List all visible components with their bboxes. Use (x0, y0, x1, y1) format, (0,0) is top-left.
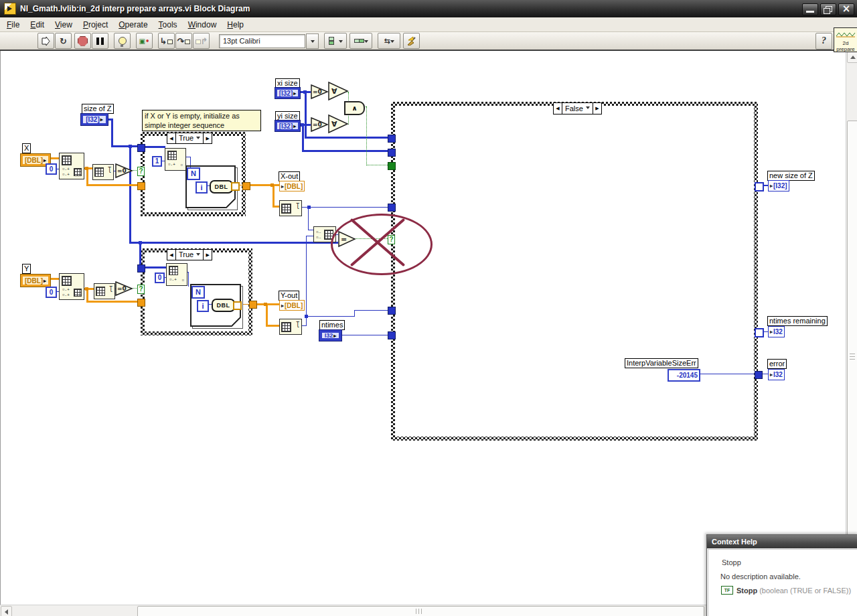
vertical-scrollbar[interactable] (846, 51, 857, 605)
scroll-left-button[interactable] (1, 606, 12, 616)
scroll-up-button[interactable] (847, 52, 857, 63)
context-help-window[interactable]: Context Help Stopp No description availa… (706, 534, 857, 616)
ntimes-label[interactable]: ntimes (319, 320, 345, 330)
equal-zero-node-y[interactable]: =0 (115, 281, 133, 297)
and-array-elements-node-yi[interactable]: ∀ (328, 114, 349, 134)
run-button[interactable] (37, 33, 54, 49)
restore-button[interactable] (820, 3, 836, 15)
tunnel[interactable] (388, 331, 396, 339)
case-next-arrow-icon[interactable] (203, 133, 212, 143)
menu-file[interactable]: File (1, 19, 25, 31)
titlebar[interactable]: NI_Gmath.lvlib:in_2d interp prepare arra… (0, 0, 857, 17)
index-array-node-x[interactable]: ▫.+▫.+ (59, 153, 84, 179)
zero-constant-x[interactable]: 0 (46, 163, 57, 175)
xi-size-label[interactable]: xi size (275, 78, 300, 88)
tunnel[interactable] (388, 204, 396, 212)
y-terminal[interactable]: [DBL] (21, 275, 50, 287)
y-out-terminal[interactable]: [DBL] (279, 300, 305, 311)
case-selector-tunnel-lower[interactable]: ? (137, 285, 145, 294)
error-label[interactable]: error (767, 359, 787, 369)
step-out-button[interactable]: ↱ (193, 33, 210, 49)
tunnel[interactable] (388, 307, 396, 315)
new-size-of-z-label[interactable]: new size of Z (767, 171, 815, 181)
yi-size-terminal[interactable]: [I32] (275, 121, 300, 131)
size-of-z-terminal[interactable]: [I32] (81, 114, 108, 125)
free-comment[interactable]: if X or Y is empty, initialize as simple… (142, 110, 261, 131)
case-selector-main[interactable]: False (553, 102, 602, 114)
chevron-down-icon[interactable] (196, 137, 200, 141)
tunnel[interactable] (755, 182, 764, 191)
tunnel[interactable] (388, 162, 396, 170)
error-terminal[interactable]: I32 (768, 369, 785, 380)
y-out-label[interactable]: Y-out (279, 291, 299, 301)
loop-tunnel-lower[interactable] (233, 301, 242, 310)
tunnel[interactable] (388, 135, 396, 143)
close-button[interactable] (838, 3, 854, 15)
array-size-node-y[interactable]: Ʈ (94, 283, 115, 299)
loop-iteration-terminal-upper[interactable]: i (196, 181, 208, 194)
tunnel[interactable] (137, 299, 145, 307)
tunnel[interactable] (137, 182, 145, 190)
font-selector[interactable]: 13pt Calibri (219, 34, 305, 48)
one-constant[interactable]: 1 (152, 156, 162, 167)
case-selector-tunnel-upper[interactable]: ? (137, 167, 145, 176)
and-array-elements-node-xi[interactable]: ∀ (328, 82, 349, 101)
case-structure-main[interactable] (391, 102, 758, 441)
array-size-node-y-out[interactable]: Ʈ (279, 319, 302, 335)
highlight-execution-button[interactable] (114, 33, 131, 49)
font-selector-dropdown[interactable] (306, 33, 319, 49)
run-continuous-button[interactable]: ↻ (55, 33, 72, 49)
ntimes-terminal[interactable]: I32 (319, 330, 341, 341)
minimize-button[interactable] (802, 3, 818, 15)
loop-count-terminal-upper[interactable]: N (187, 167, 200, 180)
x-out-label[interactable]: X-out (279, 171, 300, 181)
new-size-of-z-terminal[interactable]: [I32] (768, 180, 789, 191)
tunnel[interactable] (137, 144, 145, 152)
tunnel[interactable] (242, 182, 250, 190)
index-array-node-upper[interactable]: ▫.+ ▫ (165, 148, 186, 171)
and-node[interactable]: ∧ (344, 101, 365, 115)
zero-constant-loop[interactable]: 0 (155, 273, 165, 283)
to-double-node-upper[interactable]: DBL (210, 180, 233, 194)
tunnel[interactable] (388, 149, 396, 157)
y-label[interactable]: Y (22, 264, 31, 274)
distribute-objects-button[interactable] (349, 33, 372, 49)
x-label[interactable]: X (22, 143, 31, 153)
index-array-node-y[interactable]: ▫.+▫.+ (59, 273, 84, 300)
equal-zero-node-x[interactable]: =0 (115, 163, 133, 179)
chevron-down-icon[interactable] (586, 106, 590, 111)
case-selector-lower[interactable]: True (167, 249, 212, 260)
array-size-node-x[interactable]: Ʈ (92, 164, 114, 180)
ntimes-remaining-label[interactable]: ntimes remaining (767, 316, 828, 326)
index-array-node-lower[interactable]: ▫.+ ▫ (166, 263, 187, 286)
context-help-titlebar[interactable]: Context Help (707, 535, 857, 548)
chevron-down-icon[interactable] (196, 253, 200, 258)
context-help-button[interactable]: ? (815, 33, 832, 50)
menu-project[interactable]: Project (78, 19, 113, 31)
menu-view[interactable]: View (50, 19, 78, 31)
retain-wire-values-button[interactable]: ▣• (136, 33, 153, 49)
case-prev-arrow-icon[interactable] (554, 103, 562, 114)
size-of-z-label[interactable]: size of Z (82, 104, 114, 114)
equal-zero-node-xi[interactable]: =0 (311, 84, 329, 100)
case-next-arrow-icon[interactable] (203, 250, 212, 260)
align-objects-button[interactable] (324, 33, 347, 49)
step-into-button[interactable]: ↳ (158, 33, 175, 49)
abort-button[interactable] (74, 33, 91, 49)
case-next-arrow-icon[interactable] (593, 103, 601, 114)
case-prev-arrow-icon[interactable] (167, 133, 176, 143)
menu-edit[interactable]: Edit (25, 19, 50, 31)
equal-zero-node-yi[interactable]: =0 (311, 117, 329, 133)
clean-up-diagram-button[interactable] (403, 33, 420, 49)
tunnel[interactable] (137, 264, 145, 273)
loop-tunnel-upper[interactable] (231, 182, 240, 191)
menu-help[interactable]: Help (222, 19, 249, 31)
xi-size-terminal[interactable]: [I32] (275, 88, 300, 98)
step-over-button[interactable]: ↷ (175, 33, 192, 49)
yi-size-label[interactable]: yi size (275, 111, 300, 121)
loop-count-terminal-lower[interactable]: N (191, 286, 205, 299)
pause-button[interactable] (92, 33, 108, 49)
array-size-node-x-out[interactable]: Ʈ (279, 200, 302, 216)
error-code-constant[interactable]: -20145 (668, 369, 700, 382)
interp-err-label[interactable]: InterpVariableSizeErr (625, 358, 698, 368)
